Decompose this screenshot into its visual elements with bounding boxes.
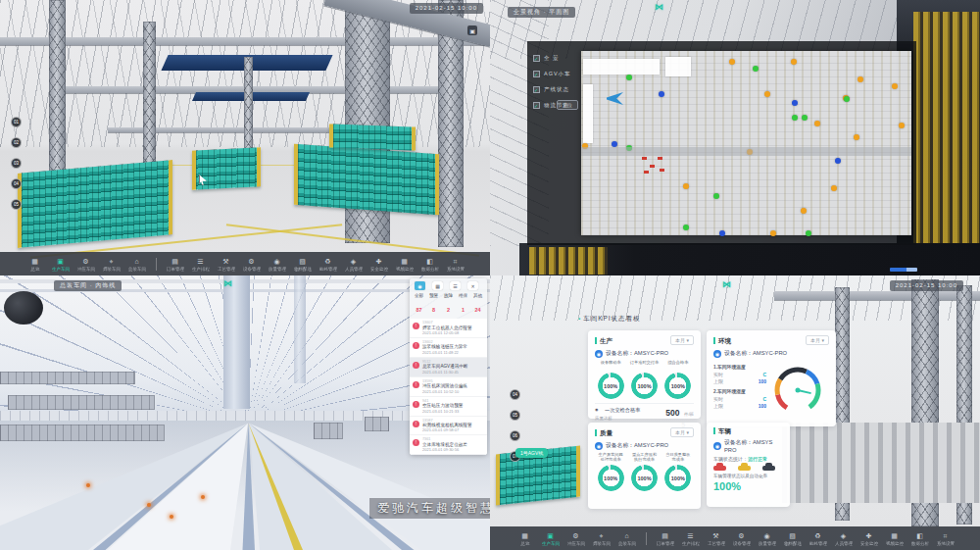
- toolbar-item-11[interactable]: ♻能耗管理: [806, 526, 831, 550]
- viewport-floorplan[interactable]: ✓全 景✓AGV小车✓产线状态✓物流节点 复位 全景视角 · 平面图 ⋈: [490, 0, 980, 275]
- gauge-hub: [796, 388, 801, 393]
- alarm-tab-2[interactable]: ☰: [450, 281, 461, 290]
- map-status-dot: [835, 158, 841, 164]
- kpi-card-production: 生产本月 ◉设备名称：AMSYC-PRO 设备稼动率100%订单准时交付率100…: [588, 330, 701, 419]
- toolbar-item-16[interactable]: ⌗系统设置: [443, 252, 468, 275]
- alarm-list-item[interactable]: !13587检测线视觉相机离线报警2021-03-01 09:58:07: [410, 417, 487, 436]
- alarm-list-item[interactable]: !13607焊装工位机器人急停报警2021-03-01 12:05:08: [410, 319, 487, 338]
- metric-value: 100: [759, 403, 766, 410]
- kpi-donut: 订单准时交付率100%: [628, 361, 660, 399]
- toolbar-item-10[interactable]: ▧物料配送: [290, 252, 316, 275]
- toolbar-item-3[interactable]: ⌖焊装车间: [99, 252, 124, 275]
- checkbox-icon[interactable]: ✓: [533, 86, 540, 93]
- toolbar-item-3[interactable]: ⌖焊装车间: [589, 526, 614, 550]
- toolbar-item-9[interactable]: ◉质量管理: [755, 526, 780, 550]
- station-badge[interactable]: 05: [510, 410, 520, 421]
- viewport-3d-overview[interactable]: 0102030405 2021-02-15 10:00 ▣ ▦总览▣生产车间⚙冲…: [0, 0, 490, 275]
- alarm-stat: 其他24: [470, 293, 485, 316]
- toolbar-item-9[interactable]: ◉质量管理: [265, 252, 290, 275]
- factory-floorplan-map[interactable]: [581, 51, 911, 235]
- reset-view-button[interactable]: 复位: [557, 100, 578, 110]
- toolbar-item-2[interactable]: ⚙冲压车间: [74, 252, 99, 275]
- toolbar-item-15[interactable]: ◧数据分析: [907, 526, 933, 550]
- toolbar-item-15[interactable]: ◧数据分析: [417, 252, 443, 275]
- alarm-list-item[interactable]: !941空压站压力波动预警2021-03-01 10:21:33: [410, 397, 487, 417]
- legend-label: 产线状态: [544, 86, 569, 93]
- map-status-dot: [899, 123, 905, 128]
- station-badge[interactable]: 03: [11, 158, 22, 169]
- toolbar-item-0[interactable]: ▦总览: [513, 526, 538, 550]
- period-select[interactable]: 本月: [806, 335, 829, 345]
- toolbar-item-12[interactable]: ◈人员管理: [341, 252, 367, 275]
- checkbox-icon[interactable]: ✓: [533, 55, 540, 62]
- legend-item[interactable]: ✓产线状态: [533, 86, 584, 93]
- toolbar-item-2[interactable]: ⚙冲压车间: [564, 526, 589, 550]
- toolbar-item-16[interactable]: ⌗系统设置: [933, 526, 958, 550]
- checkbox-icon[interactable]: ✓: [533, 71, 540, 77]
- storage-shelf: [0, 372, 135, 384]
- toolbar-item-label: 焊装车间: [593, 540, 611, 545]
- toolbar-item-13[interactable]: ✚安全监控: [367, 252, 392, 275]
- fullscreen-icon[interactable]: ▣: [467, 25, 477, 35]
- alarm-tab-3[interactable]: ✕: [467, 281, 478, 290]
- alarm-list: !13607焊装工位机器人急停报警2021-03-01 12:05:08!136…: [410, 319, 487, 455]
- toolbar-item-14[interactable]: ▦视频监控: [392, 252, 417, 275]
- period-select[interactable]: 本月: [670, 427, 694, 437]
- toolbar-item-label: 人员管理: [345, 266, 363, 271]
- card-title: 环境: [713, 337, 731, 344]
- machine-rack[interactable]: [18, 160, 172, 248]
- toolbar-item-1[interactable]: ▣生产车间: [48, 252, 74, 275]
- toolbar-item-4[interactable]: ⌂总装车间: [124, 252, 150, 275]
- toolbar-item-4[interactable]: ⌂总装车间: [614, 526, 640, 550]
- toolbar-item-14[interactable]: ▦视频监控: [882, 526, 907, 550]
- agv-label-pill[interactable]: 1号AGV线: [515, 448, 548, 458]
- roof-beam: [0, 37, 490, 45]
- toolbar-item-icon: ◧: [916, 531, 923, 540]
- dashboard-title: ▪车间KPI状态看板: [578, 315, 641, 324]
- alarm-stat-value: 87: [416, 307, 421, 313]
- period-select[interactable]: 本月: [670, 335, 694, 345]
- machine-rack[interactable]: [329, 124, 416, 150]
- station-badge[interactable]: 02: [11, 137, 22, 148]
- viewport-assembly-line[interactable]: 总装车间 · 内饰线 ⋈ ◉▦☰✕ 全部87预警8故障2维保1其他24 !136…: [0, 275, 490, 550]
- donut-value: 100%: [631, 465, 658, 491]
- alarm-list-item[interactable]: !7361立体库堆垛机定位超差2021-03-01 09:30:56: [410, 435, 487, 455]
- toolbar-item-7[interactable]: ⚒工艺管理: [214, 252, 239, 275]
- alarm-list-item[interactable]: !9512总装车间AGV通讯中断2021-03-01 11:30:45: [410, 358, 487, 377]
- toolbar-item-1[interactable]: ▣生产车间: [538, 526, 564, 550]
- toolbar-item-5[interactable]: ▤订单管理: [653, 526, 678, 550]
- toolbar-item-8[interactable]: ⚙设备管理: [239, 252, 265, 275]
- toolbar-item-10[interactable]: ▧物料配送: [780, 526, 806, 550]
- toolbar-item-5[interactable]: ▤订单管理: [163, 252, 188, 275]
- toolbar-item-label: 系统设置: [937, 540, 955, 545]
- toolbar-item-6[interactable]: ☰生产排程: [188, 252, 214, 275]
- toolbar-item-13[interactable]: ✚安全监控: [857, 526, 882, 550]
- toolbar-item-11[interactable]: ♻能耗管理: [316, 252, 341, 275]
- toolbar-item-0[interactable]: ▦总览: [23, 252, 48, 275]
- checkbox-icon[interactable]: ✓: [533, 102, 540, 109]
- toolbar-item-label: 工艺管理: [708, 540, 725, 545]
- station-badge[interactable]: 04: [510, 389, 520, 400]
- map-status-dot: [844, 96, 850, 102]
- alarm-list-item[interactable]: !13595冲压机床润滑油位偏低2021-03-01 10:52:10: [410, 377, 487, 397]
- toolbar-item-6[interactable]: ☰生产排程: [678, 526, 704, 550]
- alarm-list-item[interactable]: !13602涂装线输送链压力异常2021-03-01 11:48:22: [410, 338, 487, 358]
- legend-item[interactable]: ✓AGV小车: [533, 71, 584, 77]
- kpi-card-environment: 环境本月 ◉设备名称：AMSYC-PRO 1.车间环境温度实时C上限1002.车…: [707, 330, 836, 426]
- toolbar-item-icon: ⚙: [738, 531, 744, 540]
- station-badge[interactable]: 04: [11, 178, 22, 189]
- machine-rack[interactable]: [294, 144, 439, 215]
- toolbar-item-12[interactable]: ◈人员管理: [831, 526, 857, 550]
- station-badge[interactable]: 01: [11, 117, 22, 127]
- viewport-kpi-dashboard[interactable]: 04050607 1号AGV线 2021-02-15 10:00 ⋈ ▪车间KP…: [490, 275, 980, 550]
- legend-item[interactable]: ✓全 景: [533, 55, 584, 62]
- status-light: [170, 515, 173, 519]
- alarm-tab-1[interactable]: ▦: [432, 281, 443, 290]
- toolbar-item-label: 物料配送: [294, 266, 312, 271]
- toolbar-item-8[interactable]: ⚙设备管理: [729, 526, 755, 550]
- station-badge[interactable]: 06: [510, 430, 520, 441]
- env-metric-row: 上限100: [713, 403, 766, 410]
- alarm-tab-0[interactable]: ◉: [415, 281, 425, 290]
- station-badge[interactable]: 05: [11, 199, 22, 210]
- toolbar-item-7[interactable]: ⚒工艺管理: [704, 526, 729, 550]
